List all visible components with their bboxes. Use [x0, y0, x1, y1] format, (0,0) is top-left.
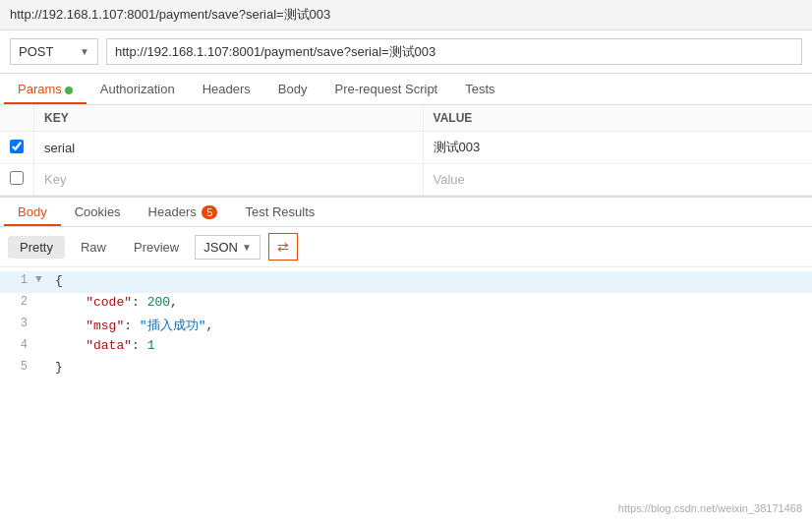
param-empty-checkbox-cell[interactable]: [0, 164, 34, 196]
code-area: 1 ▼ { 2 "code": 200, 3 "msg": "插入成功", 4 …: [0, 267, 812, 383]
response-tab-headers[interactable]: Headers 5: [135, 198, 232, 226]
code-line-2: 2 "code": 200,: [0, 293, 812, 315]
line-toggle-2: [35, 293, 51, 307]
params-dot: [65, 87, 73, 94]
line-number-2: 2: [0, 293, 35, 309]
param-checkbox-cell[interactable]: [0, 132, 34, 164]
line-toggle-4: [35, 336, 51, 350]
tab-tests[interactable]: Tests: [451, 74, 508, 104]
param-value-empty[interactable]: Value: [423, 164, 812, 196]
response-tab-body[interactable]: Body: [4, 198, 61, 226]
json-type-dropdown[interactable]: JSON ▼: [195, 235, 261, 260]
param-key-empty[interactable]: Key: [34, 164, 424, 196]
json-val-msg: "插入成功": [140, 319, 206, 333]
tab-params[interactable]: Params: [4, 74, 87, 104]
value-placeholder: Value: [434, 172, 465, 187]
line-number-3: 3: [0, 315, 35, 330]
line-content-1: {: [51, 271, 67, 290]
tab-body[interactable]: Body: [264, 74, 321, 104]
watermark-text: https://blog.csdn.net/weixin_38171468: [618, 502, 802, 514]
key-column-header: KEY: [34, 105, 424, 132]
chevron-down-icon: ▼: [80, 46, 89, 57]
request-line: POST ▼: [0, 30, 812, 74]
param-empty-checkbox[interactable]: [10, 171, 24, 185]
json-val-code: 200: [147, 295, 170, 310]
code-line-1: 1 ▼ {: [0, 271, 812, 293]
line-number-5: 5: [0, 358, 35, 374]
params-table: KEY VALUE serial 测试003 Key Value: [0, 105, 812, 196]
params-section: KEY VALUE serial 测试003 Key Value: [0, 105, 812, 196]
key-placeholder: Key: [44, 172, 66, 187]
line-number-1: 1: [0, 271, 35, 287]
raw-button[interactable]: Raw: [69, 236, 118, 259]
value-column-header: VALUE: [423, 105, 812, 132]
watermark: https://blog.csdn.net/weixin_38171468: [618, 502, 802, 514]
line-toggle-1[interactable]: ▼: [35, 271, 51, 285]
code-line-4: 4 "data": 1: [0, 336, 812, 358]
line-content-2: "code": 200,: [51, 293, 182, 312]
headers-badge: 5: [202, 205, 217, 219]
response-section: Body Cookies Headers 5 Test Results Pret…: [0, 196, 812, 383]
json-key-code: "code": [86, 295, 132, 310]
json-type-label: JSON: [203, 240, 238, 255]
wrap-button[interactable]: ⇄: [268, 233, 298, 261]
param-row-serial: serial 测试003: [0, 132, 812, 164]
line-toggle-5: [35, 358, 51, 372]
line-content-4: "data": 1: [51, 336, 158, 355]
json-key-data: "data": [86, 338, 132, 353]
code-line-3: 3 "msg": "插入成功",: [0, 315, 812, 336]
response-tab-cookies[interactable]: Cookies: [61, 198, 135, 226]
tab-pre-request[interactable]: Pre-request Script: [320, 74, 451, 104]
param-row-empty: Key Value: [0, 164, 812, 196]
pretty-button[interactable]: Pretty: [8, 236, 65, 259]
code-line-5: 5 }: [0, 358, 812, 379]
checkbox-header: [0, 105, 34, 132]
url-input[interactable]: [106, 38, 802, 65]
line-number-4: 4: [0, 336, 35, 352]
param-checkbox[interactable]: [10, 140, 24, 153]
param-value-serial[interactable]: 测试003: [423, 132, 812, 164]
title-url: http://192.168.1.107:8001/payment/save?s…: [10, 7, 330, 22]
method-dropdown[interactable]: POST ▼: [10, 38, 98, 65]
param-key-serial[interactable]: serial: [34, 132, 424, 164]
line-content-5: }: [51, 358, 67, 377]
line-toggle-3: [35, 315, 51, 328]
json-val-data: 1: [147, 338, 155, 353]
json-dropdown-chevron: ▼: [242, 242, 252, 253]
tab-headers[interactable]: Headers: [189, 74, 264, 104]
preview-button[interactable]: Preview: [122, 236, 191, 259]
response-tab-bar: Body Cookies Headers 5 Test Results: [0, 198, 812, 227]
title-bar: http://192.168.1.107:8001/payment/save?s…: [0, 0, 812, 30]
wrap-icon: ⇄: [277, 239, 289, 255]
line-content-3: "msg": "插入成功",: [51, 315, 217, 336]
request-tab-bar: Params Authorization Headers Body Pre-re…: [0, 74, 812, 105]
tab-authorization[interactable]: Authorization: [87, 74, 189, 104]
json-key-msg: "msg": [86, 319, 124, 333]
response-toolbar: Pretty Raw Preview JSON ▼ ⇄: [0, 227, 812, 267]
method-value: POST: [19, 44, 53, 59]
response-tab-test-results[interactable]: Test Results: [231, 198, 328, 226]
